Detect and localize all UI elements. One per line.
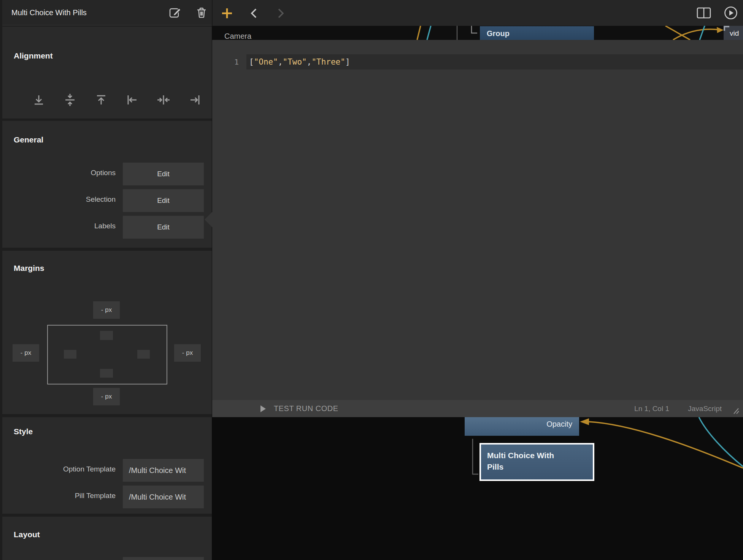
node-video[interactable]: vid — [724, 26, 743, 40]
test-run-button[interactable]: TEST RUN CODE — [274, 400, 338, 417]
margin-bottom-handle[interactable] — [100, 369, 113, 378]
section-margins: Margins - px - px - px - px — [2, 251, 212, 414]
align-center-horizontal-icon[interactable] — [156, 92, 171, 108]
node-opacity[interactable]: Opacity — [465, 417, 579, 436]
margin-bottom-input[interactable]: - px — [93, 388, 120, 405]
margin-right-input[interactable]: - px — [174, 344, 201, 362]
patch-canvas-bottom: Opacity Multi Choice With Pills — [212, 417, 743, 560]
align-left-icon[interactable] — [125, 92, 140, 108]
selection-edit-button[interactable]: Edit — [123, 189, 204, 212]
split-view-icon[interactable] — [697, 7, 711, 19]
patch-canvas-top: Camera Group vid — [212, 26, 743, 40]
patch-wires — [212, 417, 743, 560]
test-run-icon[interactable] — [260, 405, 267, 413]
margin-right-handle[interactable] — [137, 350, 150, 359]
javascript-editor-popover: 1 ["One","Two","Three"] TEST RUN CODE Ln… — [212, 40, 743, 417]
add-patch-icon[interactable] — [221, 8, 233, 19]
option-template-label: Option Template — [2, 465, 116, 473]
resize-grip[interactable] — [731, 406, 740, 414]
section-alignment: Alignment — [2, 27, 212, 119]
sidebar-header: Multi Choice With Pills — [2, 0, 212, 25]
section-title: Layout — [14, 530, 40, 539]
cursor-position: Ln 1, Col 1 — [634, 400, 669, 417]
align-top-icon[interactable] — [94, 92, 109, 108]
section-title: Alignment — [14, 51, 53, 60]
node-camera[interactable]: Camera — [224, 32, 251, 40]
labels-label: Labels — [2, 222, 116, 230]
editor-status-bar: TEST RUN CODE Ln 1, Col 1 JavaScript — [212, 400, 743, 417]
section-general: General Options Edit Selection Edit Labe… — [2, 121, 212, 248]
back-icon[interactable] — [249, 8, 259, 19]
pill-template-value[interactable]: /Multi Choice Wit — [123, 486, 204, 508]
margin-left-input[interactable]: - px — [13, 344, 39, 362]
language-label: JavaScript — [688, 400, 722, 417]
pill-template-label: Pill Template — [2, 492, 116, 500]
rename-icon[interactable] — [169, 6, 182, 19]
margin-top-handle[interactable] — [100, 331, 113, 340]
patch-wires — [212, 26, 743, 40]
margin-left-handle[interactable] — [64, 350, 76, 359]
align-bottom-icon[interactable] — [31, 92, 46, 108]
delete-icon[interactable] — [195, 6, 208, 19]
node-multi-choice-with-pills[interactable]: Multi Choice With Pills — [479, 443, 594, 481]
options-edit-button[interactable]: Edit — [123, 163, 204, 185]
node-group[interactable]: Group — [480, 26, 594, 40]
section-title: Margins — [14, 264, 44, 273]
node-label: Multi Choice With Pills — [487, 450, 554, 473]
run-prototype-icon[interactable] — [724, 6, 738, 20]
app-window: Multi Choice With Pills Alignment — [0, 0, 743, 560]
align-center-vertical-icon[interactable] — [62, 92, 78, 108]
option-template-value[interactable]: /Multi Choice Wit — [123, 459, 204, 482]
section-layout: Layout — [2, 517, 212, 560]
section-style: Style Option Template /Multi Choice Wit … — [2, 417, 212, 514]
options-label: Options — [2, 169, 116, 177]
node-selection-corner — [724, 26, 725, 31]
forward-icon[interactable] — [276, 8, 286, 19]
section-title: General — [14, 135, 43, 144]
line-number: 1 — [212, 54, 239, 70]
section-title: Style — [14, 427, 33, 436]
code-input[interactable]: ["One","Two","Three"] — [249, 54, 350, 70]
margins-diagram — [47, 325, 167, 384]
canvas-toolbar — [212, 0, 743, 26]
selection-label: Selection — [2, 195, 116, 204]
patch-title: Multi Choice With Pills — [11, 0, 87, 25]
align-right-icon[interactable] — [187, 92, 202, 108]
margin-top-input[interactable]: - px — [93, 301, 120, 319]
labels-edit-button[interactable]: Edit — [123, 216, 204, 239]
popover-arrow — [205, 212, 212, 227]
properties-sidebar: Multi Choice With Pills Alignment — [0, 0, 212, 560]
layout-partial-button[interactable] — [123, 557, 204, 560]
